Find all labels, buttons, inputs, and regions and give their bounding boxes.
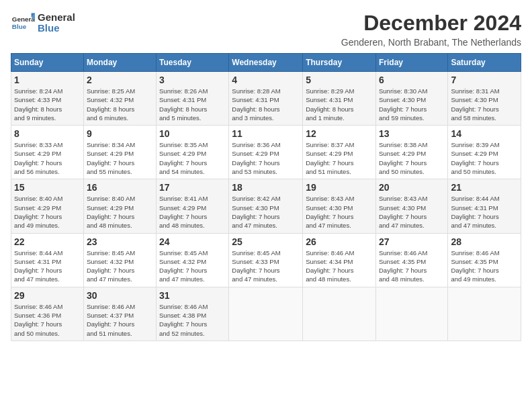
- day-info: Sunrise: 8:30 AMSunset: 4:30 PMDaylight:…: [379, 87, 445, 122]
- day-info: Sunrise: 8:37 AMSunset: 4:29 PMDaylight:…: [306, 140, 373, 176]
- day-info: Sunrise: 8:46 AMSunset: 4:38 PMDaylight:…: [159, 302, 226, 338]
- day-cell: 14Sunrise: 8:39 AMSunset: 4:29 PMDayligh…: [448, 126, 521, 179]
- day-cell: [229, 287, 303, 340]
- day-info: Sunrise: 8:43 AMSunset: 4:30 PMDaylight:…: [379, 194, 445, 230]
- day-number: 14: [451, 128, 518, 139]
- day-number: 13: [379, 128, 445, 139]
- day-cell: 2Sunrise: 8:25 AMSunset: 4:32 PMDaylight…: [83, 72, 156, 126]
- month-title: December 2024: [341, 11, 521, 36]
- week-row-4: 22Sunrise: 8:44 AMSunset: 4:31 PMDayligh…: [11, 233, 521, 287]
- day-cell: 31Sunrise: 8:46 AMSunset: 4:38 PMDayligh…: [157, 287, 229, 340]
- day-info: Sunrise: 8:29 AMSunset: 4:31 PMDaylight:…: [306, 87, 373, 122]
- day-info: Sunrise: 8:45 AMSunset: 4:32 PMDaylight:…: [87, 248, 153, 284]
- day-cell: 13Sunrise: 8:38 AMSunset: 4:29 PMDayligh…: [375, 126, 447, 179]
- day-cell: 25Sunrise: 8:45 AMSunset: 4:33 PMDayligh…: [229, 233, 303, 287]
- week-row-2: 8Sunrise: 8:33 AMSunset: 4:29 PMDaylight…: [11, 126, 521, 179]
- day-info: Sunrise: 8:28 AMSunset: 4:31 PMDaylight:…: [232, 87, 300, 122]
- day-cell: 26Sunrise: 8:46 AMSunset: 4:34 PMDayligh…: [303, 233, 376, 287]
- day-cell: 10Sunrise: 8:35 AMSunset: 4:29 PMDayligh…: [157, 126, 229, 179]
- day-info: Sunrise: 8:40 AMSunset: 4:29 PMDaylight:…: [87, 194, 153, 230]
- day-cell: 1Sunrise: 8:24 AMSunset: 4:33 PMDaylight…: [11, 72, 84, 126]
- day-number: 17: [159, 182, 226, 193]
- day-number: 20: [379, 182, 445, 193]
- day-info: Sunrise: 8:24 AMSunset: 4:33 PMDaylight:…: [14, 87, 81, 122]
- day-cell: 17Sunrise: 8:41 AMSunset: 4:29 PMDayligh…: [157, 179, 229, 233]
- day-number: 26: [306, 236, 373, 247]
- day-cell: 9Sunrise: 8:34 AMSunset: 4:29 PMDaylight…: [83, 126, 156, 179]
- day-info: Sunrise: 8:39 AMSunset: 4:29 PMDaylight:…: [451, 140, 518, 176]
- day-number: 24: [159, 236, 226, 247]
- day-cell: 3Sunrise: 8:26 AMSunset: 4:31 PMDaylight…: [157, 72, 229, 126]
- col-header-monday: Monday: [83, 54, 156, 72]
- day-number: 11: [232, 128, 300, 139]
- title-block: December 2024 Genderen, North Brabant, T…: [341, 11, 521, 48]
- day-cell: 12Sunrise: 8:37 AMSunset: 4:29 PMDayligh…: [303, 126, 376, 179]
- day-cell: 23Sunrise: 8:45 AMSunset: 4:32 PMDayligh…: [83, 233, 156, 287]
- day-info: Sunrise: 8:40 AMSunset: 4:29 PMDaylight:…: [14, 194, 81, 230]
- day-cell: 21Sunrise: 8:44 AMSunset: 4:31 PMDayligh…: [448, 179, 521, 233]
- day-number: 7: [451, 75, 518, 85]
- logo-icon: General Blue: [11, 11, 35, 35]
- day-cell: 19Sunrise: 8:43 AMSunset: 4:30 PMDayligh…: [303, 179, 376, 233]
- day-cell: [375, 287, 447, 340]
- day-number: 28: [451, 236, 518, 247]
- day-cell: 29Sunrise: 8:46 AMSunset: 4:36 PMDayligh…: [11, 287, 84, 340]
- day-info: Sunrise: 8:46 AMSunset: 4:35 PMDaylight:…: [379, 248, 445, 284]
- calendar-table: SundayMondayTuesdayWednesdayThursdayFrid…: [11, 53, 521, 341]
- day-cell: 15Sunrise: 8:40 AMSunset: 4:29 PMDayligh…: [11, 179, 84, 233]
- week-row-5: 29Sunrise: 8:46 AMSunset: 4:36 PMDayligh…: [11, 287, 521, 340]
- day-number: 30: [87, 290, 153, 301]
- day-number: 31: [159, 290, 226, 301]
- day-number: 23: [87, 236, 153, 247]
- day-info: Sunrise: 8:35 AMSunset: 4:29 PMDaylight:…: [159, 140, 226, 176]
- col-header-friday: Friday: [375, 54, 447, 72]
- day-info: Sunrise: 8:41 AMSunset: 4:29 PMDaylight:…: [159, 194, 226, 230]
- day-cell: 28Sunrise: 8:46 AMSunset: 4:35 PMDayligh…: [448, 233, 521, 287]
- day-cell: [303, 287, 376, 340]
- day-info: Sunrise: 8:46 AMSunset: 4:36 PMDaylight:…: [14, 302, 81, 338]
- col-header-tuesday: Tuesday: [157, 54, 229, 72]
- day-number: 5: [306, 75, 373, 85]
- day-number: 3: [159, 75, 226, 85]
- day-cell: [448, 287, 521, 340]
- day-number: 27: [379, 236, 445, 247]
- day-info: Sunrise: 8:42 AMSunset: 4:30 PMDaylight:…: [232, 194, 300, 230]
- day-number: 22: [14, 236, 81, 247]
- day-info: Sunrise: 8:36 AMSunset: 4:29 PMDaylight:…: [232, 140, 300, 176]
- location: Genderen, North Brabant, The Netherlands: [341, 37, 521, 48]
- day-info: Sunrise: 8:26 AMSunset: 4:31 PMDaylight:…: [159, 87, 226, 122]
- day-number: 21: [451, 182, 518, 193]
- day-number: 16: [87, 182, 153, 193]
- day-info: Sunrise: 8:46 AMSunset: 4:37 PMDaylight:…: [87, 302, 153, 338]
- svg-text:Blue: Blue: [12, 23, 27, 30]
- col-header-sunday: Sunday: [11, 54, 84, 72]
- day-cell: 7Sunrise: 8:31 AMSunset: 4:30 PMDaylight…: [448, 72, 521, 126]
- day-cell: 27Sunrise: 8:46 AMSunset: 4:35 PMDayligh…: [375, 233, 447, 287]
- day-number: 1: [14, 75, 81, 85]
- day-cell: 11Sunrise: 8:36 AMSunset: 4:29 PMDayligh…: [229, 126, 303, 179]
- col-header-wednesday: Wednesday: [229, 54, 303, 72]
- day-info: Sunrise: 8:34 AMSunset: 4:29 PMDaylight:…: [87, 140, 153, 176]
- day-number: 15: [14, 182, 81, 193]
- day-info: Sunrise: 8:25 AMSunset: 4:32 PMDaylight:…: [87, 87, 153, 122]
- day-number: 19: [306, 182, 373, 193]
- day-number: 18: [232, 182, 300, 193]
- day-number: 10: [159, 128, 226, 139]
- day-info: Sunrise: 8:33 AMSunset: 4:29 PMDaylight:…: [14, 140, 81, 176]
- day-cell: 24Sunrise: 8:45 AMSunset: 4:32 PMDayligh…: [157, 233, 229, 287]
- day-number: 9: [87, 128, 153, 139]
- day-number: 2: [87, 75, 153, 85]
- day-number: 8: [14, 128, 81, 139]
- day-cell: 6Sunrise: 8:30 AMSunset: 4:30 PMDaylight…: [375, 72, 447, 126]
- day-info: Sunrise: 8:46 AMSunset: 4:34 PMDaylight:…: [306, 248, 373, 284]
- day-number: 25: [232, 236, 300, 247]
- day-number: 6: [379, 75, 445, 85]
- col-header-thursday: Thursday: [303, 54, 376, 72]
- day-cell: 8Sunrise: 8:33 AMSunset: 4:29 PMDaylight…: [11, 126, 84, 179]
- logo-text: General: [38, 12, 75, 24]
- day-cell: 5Sunrise: 8:29 AMSunset: 4:31 PMDaylight…: [303, 72, 376, 126]
- day-info: Sunrise: 8:44 AMSunset: 4:31 PMDaylight:…: [14, 248, 81, 284]
- day-cell: 18Sunrise: 8:42 AMSunset: 4:30 PMDayligh…: [229, 179, 303, 233]
- day-number: 12: [306, 128, 373, 139]
- day-info: Sunrise: 8:31 AMSunset: 4:30 PMDaylight:…: [451, 87, 518, 122]
